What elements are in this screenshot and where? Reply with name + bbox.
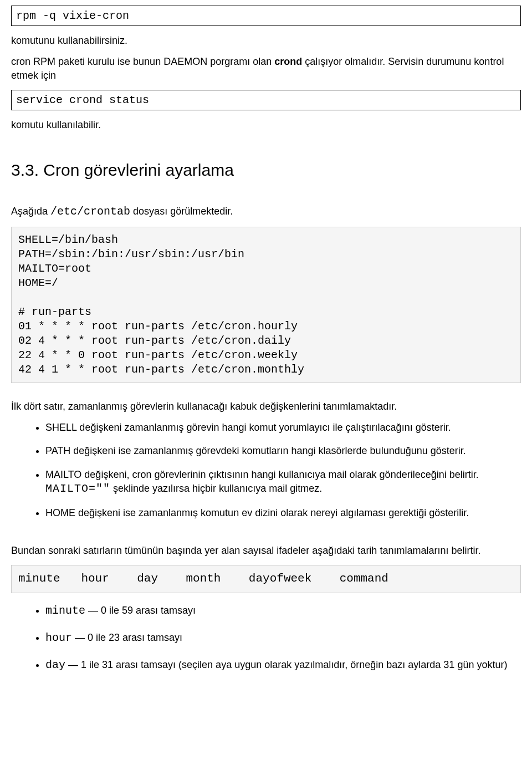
text: Aşağıda	[11, 206, 50, 217]
text: — 0 ile 23 arası tamsayı	[72, 632, 182, 643]
code-inline: /etc/crontab	[50, 205, 130, 218]
paragraph: komutu kullanılabilir.	[11, 118, 521, 131]
bold-text: crond	[274, 56, 302, 67]
code-inline: hour	[45, 631, 72, 644]
paragraph: Aşağıda /etc/crontab dosyası görülmekted…	[11, 204, 521, 219]
paragraph: İlk dört satır, zamanlanmış görevlerin k…	[11, 400, 521, 413]
text: MAILTO değişkeni, cron görevlerinin çıkt…	[45, 469, 479, 480]
list-item: PATH değişkeni ise zamanlanmış görevdeki…	[45, 444, 521, 457]
command-box-service: service crond status	[11, 90, 521, 110]
section-heading: 3.3. Cron görevlerini ayarlama	[11, 159, 521, 182]
text: — 1 ile 31 arası tamsayı (seçilen aya uy…	[65, 659, 507, 670]
list-item: SHELL değişkeni zamanlanmış görevin hang…	[45, 421, 521, 434]
code-inline: MAILTO=""	[45, 482, 110, 495]
text: şeklinde yazılırsa hiçbir kullanıcıya ma…	[110, 483, 322, 494]
code-inline: minute	[45, 604, 85, 617]
text: dosyası görülmektedir.	[130, 206, 233, 217]
list-item: HOME değişkeni ise zamanlanmış komutun e…	[45, 506, 521, 519]
paragraph: cron RPM paketi kurulu ise bunun DAEMON …	[11, 55, 521, 82]
list-item: hour — 0 ile 23 arası tamsayı	[45, 630, 521, 645]
paragraph: komutunu kullanabilirsiniz.	[11, 34, 521, 47]
list-item: minute — 0 ile 59 arası tamsayı	[45, 603, 521, 618]
text: — 0 ile 59 arası tamsayı	[85, 605, 196, 616]
bullet-list-fields: minute — 0 ile 59 arası tamsayı hour — 0…	[11, 603, 521, 672]
list-item: day — 1 ile 31 arası tamsayı (seçilen ay…	[45, 657, 521, 672]
command-box-rpm: rpm -q vixie-cron	[11, 6, 521, 26]
crontab-code-block: SHELL=/bin/bash PATH=/sbin:/bin:/usr/sbi…	[11, 227, 521, 383]
list-item: MAILTO değişkeni, cron görevlerinin çıkt…	[45, 468, 521, 496]
paragraph: Bundan sonraki satırların tümünün başınd…	[11, 544, 521, 557]
bullet-list-vars: SHELL değişkeni zamanlanmış görevin hang…	[11, 421, 521, 519]
text: cron RPM paketi kurulu ise bunun DAEMON …	[11, 56, 274, 67]
fields-code-block: minute hour day month dayofweek command	[11, 565, 521, 593]
code-inline: day	[45, 659, 65, 671]
